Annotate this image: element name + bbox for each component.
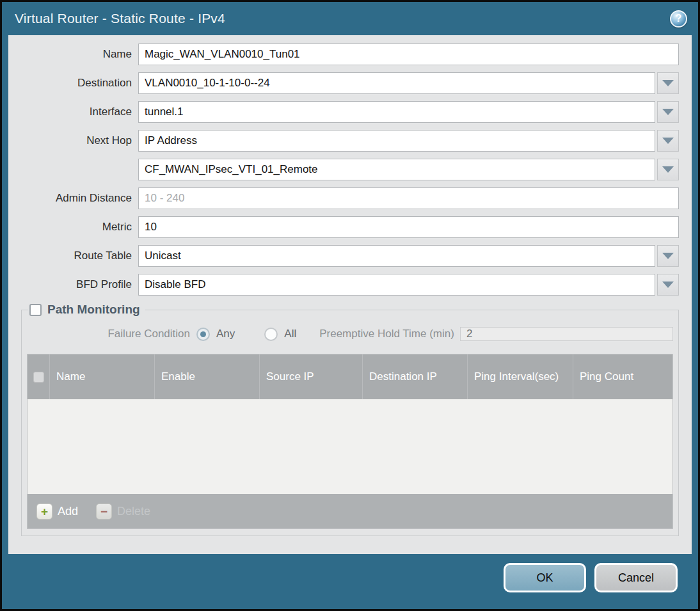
route-table-dropdown-button[interactable] — [657, 245, 679, 267]
dialog-content: Name Destination Interface Next Hop — [8, 35, 692, 554]
table-header-row: Name Enable Source IP Destination IP Pin… — [28, 354, 672, 399]
dialog-titlebar: Virtual Router - Static Route - IPv4 ? — [2, 2, 698, 35]
table-header-source-ip: Source IP — [260, 354, 363, 399]
cancel-button[interactable]: Cancel — [594, 563, 678, 592]
next-hop-dropdown-button[interactable] — [657, 130, 679, 152]
name-label: Name — [8, 48, 138, 61]
table-header-select-all — [28, 354, 50, 399]
metric-row: Metric — [8, 216, 692, 238]
destination-dropdown-button[interactable] — [657, 72, 679, 94]
failure-condition-radio-group: Any All — [196, 328, 319, 341]
chevron-down-icon — [662, 109, 674, 115]
help-icon[interactable]: ? — [670, 10, 687, 28]
chevron-down-icon — [662, 138, 674, 144]
table-header-ping-interval: Ping Interval(sec) — [468, 354, 573, 399]
table-footer: + Add − Delete — [28, 494, 672, 528]
path-monitoring-checkbox[interactable] — [29, 304, 42, 316]
failure-condition-any-label[interactable]: Any — [216, 328, 235, 340]
table-header-ping-count: Ping Count — [573, 354, 672, 399]
bfd-profile-label: BFD Profile — [8, 278, 138, 291]
name-row: Name — [8, 44, 692, 65]
admin-distance-row: Admin Distance — [8, 187, 692, 209]
chevron-down-icon — [662, 253, 674, 259]
ok-button[interactable]: OK — [504, 563, 586, 592]
interface-input[interactable] — [138, 101, 655, 123]
minus-icon: − — [96, 504, 112, 520]
failure-condition-all-label[interactable]: All — [284, 328, 296, 340]
name-input[interactable] — [138, 44, 679, 65]
path-monitoring-controls: Failure Condition Any All Preemptive Hol… — [27, 327, 673, 341]
select-all-checkbox[interactable] — [33, 372, 44, 383]
chevron-down-icon — [662, 80, 674, 86]
dialog-title: Virtual Router - Static Route - IPv4 — [15, 11, 225, 26]
failure-condition-all-radio[interactable] — [264, 328, 278, 341]
dialog-footer: OK Cancel — [2, 554, 698, 609]
next-hop-type-input[interactable] — [138, 130, 655, 152]
path-monitoring-table: Name Enable Source IP Destination IP Pin… — [27, 354, 673, 529]
interface-row: Interface — [8, 101, 692, 123]
destination-label: Destination — [8, 77, 138, 90]
bfd-profile-input[interactable] — [138, 274, 655, 296]
table-header-destination-ip: Destination IP — [363, 354, 468, 399]
route-table-input[interactable] — [138, 245, 655, 267]
interface-dropdown-button[interactable] — [657, 101, 679, 123]
route-table-label: Route Table — [8, 250, 138, 262]
next-hop-address-input[interactable] — [138, 159, 655, 180]
admin-distance-input[interactable] — [138, 187, 679, 209]
metric-label: Metric — [8, 221, 138, 234]
add-button-label: Add — [58, 505, 78, 518]
add-button[interactable]: + Add — [36, 504, 78, 520]
plus-icon: + — [36, 504, 52, 520]
interface-label: Interface — [8, 106, 138, 118]
destination-row: Destination — [8, 72, 692, 94]
delete-button[interactable]: − Delete — [96, 504, 150, 520]
failure-condition-label: Failure Condition — [27, 328, 196, 340]
table-header-name: Name — [50, 354, 155, 399]
next-hop-address-row — [8, 159, 692, 180]
route-table-row: Route Table — [8, 245, 692, 267]
destination-input[interactable] — [138, 72, 655, 94]
table-body-empty — [28, 399, 672, 494]
next-hop-label: Next Hop — [8, 134, 138, 147]
admin-distance-label: Admin Distance — [8, 192, 138, 205]
chevron-down-icon — [662, 282, 674, 288]
bfd-profile-row: BFD Profile — [8, 274, 692, 296]
bfd-profile-dropdown-button[interactable] — [657, 274, 679, 296]
next-hop-address-dropdown-button[interactable] — [657, 159, 679, 180]
failure-condition-any-radio[interactable] — [196, 328, 210, 341]
path-monitoring-legend: Path Monitoring — [28, 303, 145, 317]
static-route-dialog: Virtual Router - Static Route - IPv4 ? N… — [0, 0, 700, 611]
next-hop-row: Next Hop — [8, 130, 692, 152]
delete-button-label: Delete — [117, 505, 150, 518]
table-header-enable: Enable — [155, 354, 260, 399]
preemptive-hold-time-input[interactable] — [460, 327, 673, 341]
metric-input[interactable] — [138, 216, 679, 238]
path-monitoring-title: Path Monitoring — [47, 303, 140, 317]
chevron-down-icon — [662, 166, 674, 173]
path-monitoring-section: Path Monitoring Failure Condition Any Al… — [21, 303, 679, 536]
preemptive-hold-time-label: Preemptive Hold Time (min) — [319, 328, 460, 340]
